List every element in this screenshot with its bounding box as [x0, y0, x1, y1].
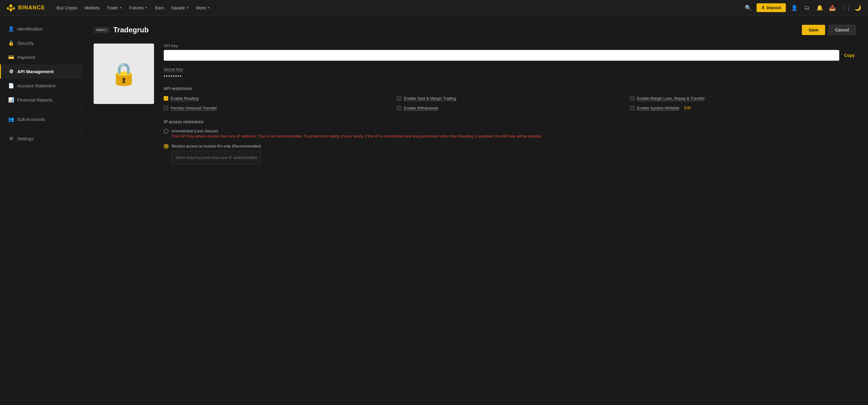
secret-key-label: Secret Key — [164, 67, 183, 71]
unrestricted-text-block: Unrestricted (Less Secure) This API Key … — [172, 128, 542, 139]
settings-icon: ⚙ — [8, 136, 14, 141]
api-key-input[interactable] — [164, 50, 839, 61]
ip-input-row: Confirm — [172, 151, 261, 165]
edit-link[interactable]: Edit — [684, 106, 691, 110]
restrictions-label: API restrictions — [164, 86, 856, 91]
radio-dot-restrict-trusted[interactable] — [164, 144, 168, 149]
unrestricted-warning: This API Key allows access from any IP a… — [172, 133, 542, 139]
checkbox-enable-withdrawals[interactable] — [397, 106, 401, 110]
api-key-field: API Key Copy — [164, 44, 856, 61]
check-label-enable-spot: Enable Spot & Margin Trading — [404, 96, 456, 101]
secret-key-field: Secret Key •••••••• — [164, 67, 856, 79]
layout: 👤 Identification 🔒 Security 💳 Payment ⚙ … — [0, 16, 868, 405]
restrictions-grid: ✓ Enable Reading Enable Spot & Margin Tr… — [164, 96, 856, 111]
nav-links: Buy Crypto Markets Trade ▼ Futures ▼ Ear… — [54, 4, 736, 12]
check-label-permits-universal: Permits Universal Transfer — [170, 106, 217, 111]
sidebar-item-settings[interactable]: ⚙ Settings — [0, 132, 81, 146]
qr-lock-area: 🔒 — [94, 44, 154, 104]
confirm-button[interactable]: Confirm — [243, 154, 257, 161]
check-label-enable-symbol: Enable Symbol Whitelist — [637, 106, 679, 111]
check-row-permits-universal: Permits Universal Transfer — [164, 106, 390, 111]
nav-earn[interactable]: Earn — [152, 4, 167, 12]
payment-icon: 💳 — [8, 54, 14, 60]
nav-futures[interactable]: Futures ▼ — [126, 4, 151, 12]
page-header: HMAC Tradegrub Save Cancel — [94, 25, 856, 35]
nav-trade[interactable]: Trade ▼ — [104, 4, 125, 12]
nav-more[interactable]: More ▼ — [193, 4, 213, 12]
restrict-trusted-label: Restrict access to trusted IPs only (Rec… — [172, 144, 261, 148]
statement-icon: 📄 — [8, 83, 14, 89]
sidebar-divider — [0, 109, 81, 110]
api-icon: ⚙ — [8, 68, 14, 74]
content-card: 🔒 API Key Copy Secret Key •••••••• — [94, 44, 856, 169]
check-label-enable-reading: Enable Reading — [170, 96, 199, 101]
header-actions: Save Cancel — [802, 25, 856, 35]
reports-icon: 📊 — [8, 97, 14, 103]
form-area: API Key Copy Secret Key •••••••• API res… — [164, 44, 856, 169]
check-row-enable-margin: Enable Margin Loan, Repay & Transfer — [630, 96, 856, 101]
lock-icon: 🔒 — [110, 61, 137, 87]
identification-icon: 👤 — [8, 26, 14, 32]
cancel-button[interactable]: Cancel — [828, 25, 856, 35]
wallet-icon[interactable]: 🗂 — [803, 4, 811, 11]
sidebar-item-sub-accounts[interactable]: 👥 Sub Accounts — [0, 112, 81, 126]
sidebar-item-identification[interactable]: 👤 Identification — [0, 22, 81, 36]
sidebar-item-payment[interactable]: 💳 Payment — [0, 50, 81, 64]
sidebar-item-account-statement[interactable]: 📄 Account Statement — [0, 79, 81, 93]
sub-accounts-icon: 👥 — [8, 116, 14, 122]
main-content: HMAC Tradegrub Save Cancel 🔒 API Key — [82, 16, 868, 405]
deposit-button[interactable]: ⬇ Deposit — [756, 3, 786, 12]
secret-key-value: •••••••• — [164, 74, 856, 79]
api-key-label: API Key — [164, 44, 856, 48]
profile-icon[interactable]: 👤 — [790, 4, 799, 11]
nav-markets[interactable]: Markets — [82, 4, 103, 12]
check-label-enable-withdrawals: Enable Withdrawals — [404, 106, 438, 111]
sidebar: 👤 Identification 🔒 Security 💳 Payment ⚙ … — [0, 16, 82, 405]
logo[interactable]: BINANCE — [6, 3, 45, 13]
save-button[interactable]: Save — [802, 25, 825, 35]
checkbox-enable-margin[interactable] — [630, 96, 634, 100]
check-row-enable-withdrawals: Enable Withdrawals — [397, 106, 623, 111]
ip-restrictions-label: IP access restrictions — [164, 119, 856, 124]
radio-dot-unrestricted[interactable] — [164, 129, 168, 134]
notification-icon[interactable]: 🔔 — [815, 4, 824, 11]
sidebar-divider-2 — [0, 129, 81, 129]
check-row-enable-reading: ✓ Enable Reading — [164, 96, 390, 101]
theme-icon[interactable]: 🌙 — [854, 4, 862, 11]
checkbox-enable-symbol[interactable] — [630, 106, 634, 110]
page-title-row: HMAC Tradegrub — [94, 26, 149, 34]
sidebar-item-financial-reports[interactable]: 📊 Financial Reports — [0, 93, 81, 107]
checkbox-permits-universal[interactable] — [164, 106, 168, 110]
nav-square[interactable]: Square ▼ — [168, 4, 192, 12]
radio-restrict-trusted: Restrict access to trusted IPs only (Rec… — [164, 144, 856, 165]
check-row-enable-spot: Enable Spot & Margin Trading — [397, 96, 623, 101]
page-title: Tradegrub — [113, 26, 149, 34]
apps-icon[interactable]: ⋮⋮ — [841, 4, 849, 11]
checkbox-enable-spot[interactable] — [397, 96, 401, 100]
download-icon[interactable]: 📥 — [828, 4, 837, 11]
nav-buy-crypto[interactable]: Buy Crypto — [54, 4, 80, 12]
restrict-trusted-text-block: Restrict access to trusted IPs only (Rec… — [172, 144, 261, 165]
ip-address-input[interactable] — [176, 151, 243, 164]
check-label-enable-margin: Enable Margin Loan, Repay & Transfer — [637, 96, 705, 101]
security-icon: 🔒 — [8, 40, 14, 46]
nav-right: 🔍 ⬇ Deposit 👤 🗂 🔔 📥 ⋮⋮ 🌙 — [744, 3, 862, 12]
search-icon[interactable]: 🔍 — [744, 4, 752, 11]
unrestricted-label: Unrestricted (Less Secure) — [172, 129, 218, 133]
hmac-badge: HMAC — [94, 27, 110, 33]
radio-unrestricted: Unrestricted (Less Secure) This API Key … — [164, 128, 856, 139]
sidebar-item-api-management[interactable]: ⚙ API Management — [0, 64, 81, 79]
checkbox-enable-reading[interactable]: ✓ — [164, 96, 168, 100]
sidebar-item-security[interactable]: 🔒 Security — [0, 36, 81, 50]
topnav: BINANCE Buy Crypto Markets Trade ▼ Futur… — [0, 0, 868, 16]
check-row-enable-symbol: Enable Symbol Whitelist Edit — [630, 106, 856, 111]
copy-button[interactable]: Copy — [843, 51, 856, 60]
api-key-row: Copy — [164, 50, 856, 61]
